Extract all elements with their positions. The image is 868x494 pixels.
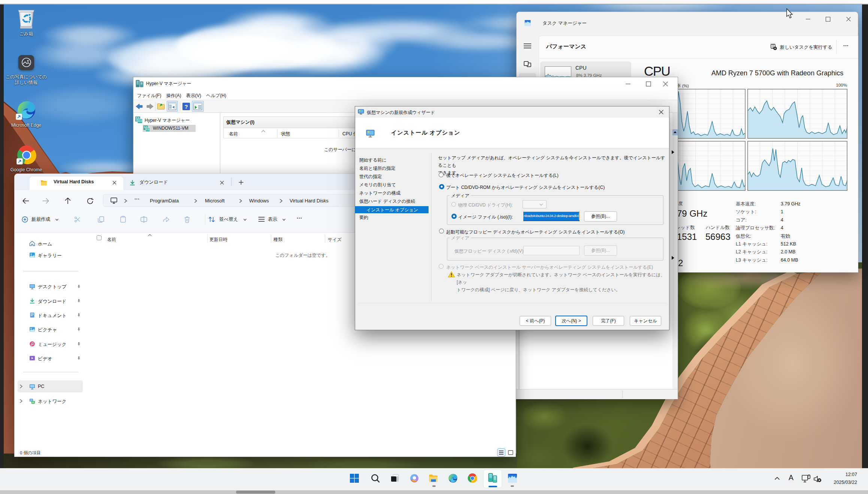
- svg-text:?: ?: [184, 103, 188, 110]
